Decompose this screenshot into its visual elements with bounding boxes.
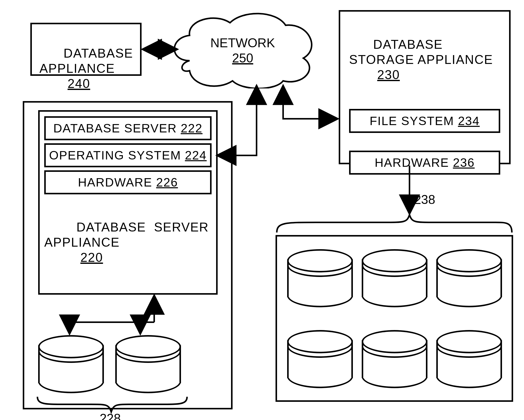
storage-disk-2 xyxy=(362,249,427,307)
diagram-canvas: DATABASE APPLIANCE 240 NETWORK 250 DATAB… xyxy=(0,0,524,420)
server-disk-1 xyxy=(38,335,104,393)
storage-disk-array xyxy=(276,235,513,402)
server-appliance-outer: DATABASE SERVER 222 OPERATING SYSTEM 224… xyxy=(23,101,233,409)
server-hardware-box: HARDWARE 226 xyxy=(44,170,212,194)
storage-hardware-box: HARDWARE 236 xyxy=(349,151,500,175)
network-label: NETWORK 250 xyxy=(167,35,318,66)
storage-appliance-label: DATABASE STORAGE APPLIANCE 230 xyxy=(349,22,500,98)
storage-disks-ref: 238 xyxy=(339,192,511,207)
db-server-box: DATABASE SERVER 222 xyxy=(44,116,212,140)
network-cloud: NETWORK 250 xyxy=(167,10,318,88)
storage-disk-4 xyxy=(287,330,353,388)
server-appliance-label: DATABASE SERVER APPLIANCE 220 xyxy=(44,204,212,280)
os-box: OPERATING SYSTEM 224 xyxy=(44,143,212,167)
storage-disk-1 xyxy=(287,249,353,307)
server-disks-ref: 228 xyxy=(24,411,196,420)
server-appliance-inner: DATABASE SERVER 222 OPERATING SYSTEM 224… xyxy=(38,110,218,295)
storage-disk-5 xyxy=(362,330,427,388)
file-system-box: FILE SYSTEM 234 xyxy=(349,109,500,133)
storage-appliance-box: DATABASE STORAGE APPLIANCE 230 FILE SYST… xyxy=(339,10,511,164)
storage-disk-6 xyxy=(436,330,502,388)
storage-disk-3 xyxy=(436,249,502,307)
database-appliance-box: DATABASE APPLIANCE 240 xyxy=(30,23,142,76)
server-disk-2 xyxy=(115,335,181,393)
database-appliance-label: DATABASE APPLIANCE 240 xyxy=(39,31,132,106)
